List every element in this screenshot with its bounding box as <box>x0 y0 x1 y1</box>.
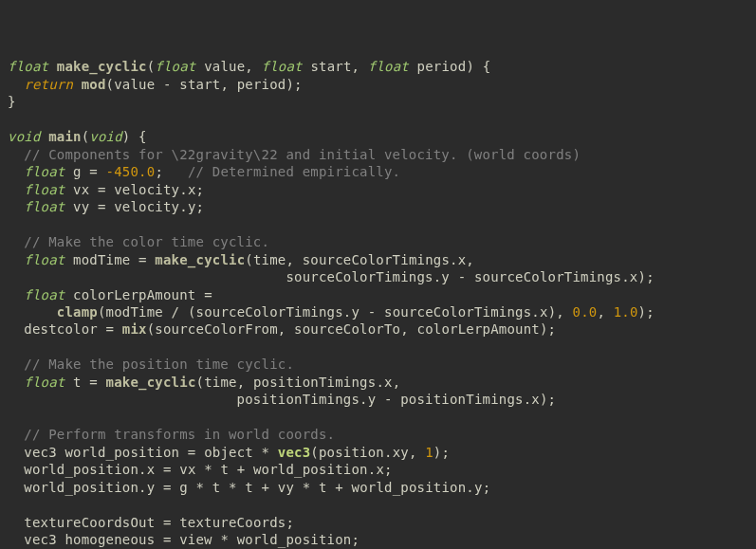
token-op: + <box>229 462 253 477</box>
token-op: * <box>212 532 237 547</box>
code-line: // Perform transforms in world coords. <box>8 427 335 442</box>
token-punct: ); <box>638 304 655 320</box>
token-punct: ); <box>433 445 450 460</box>
token-ident: x <box>540 304 548 320</box>
token-ident: textureCoordsOut <box>24 515 155 530</box>
token-ident: sourceColorTimings <box>384 304 531 320</box>
token-op: - <box>155 77 179 92</box>
token-type: void <box>8 129 41 144</box>
token-punct: ; <box>384 462 393 477</box>
whitespace <box>8 182 24 197</box>
token-ident: positionTimings <box>400 392 523 407</box>
token-ident: x <box>531 392 540 407</box>
code-line: destcolor = mix(sourceColorFrom, sourceC… <box>8 321 556 337</box>
token-op: = <box>82 375 106 390</box>
token-punct: ; <box>196 199 205 214</box>
token-op: = <box>89 182 114 197</box>
token-ident: x <box>384 375 393 390</box>
token-op: * <box>196 462 221 477</box>
token-punct: , <box>409 445 425 460</box>
token-ident: value <box>114 77 155 92</box>
token-punct: , <box>352 59 368 74</box>
token-ident: t <box>220 462 229 477</box>
whitespace <box>65 375 73 390</box>
token-ident: position <box>319 445 384 460</box>
whitespace <box>8 392 237 407</box>
token-op: = <box>98 321 122 337</box>
token-ident: t <box>245 480 253 495</box>
code-line: float make_cyclic(float value, float sta… <box>8 59 490 74</box>
token-punct: , <box>237 375 253 390</box>
token-punct: ); <box>638 269 655 284</box>
code-block: float make_cyclic(float value, float sta… <box>8 58 748 549</box>
whitespace <box>48 59 57 74</box>
token-ident: y <box>188 199 196 214</box>
token-num: 1 <box>425 445 433 460</box>
token-punct: ( <box>245 252 253 267</box>
token-punct: } <box>8 94 16 109</box>
token-punct: . <box>621 269 630 284</box>
token-ident: textureCoords <box>179 515 286 530</box>
code-line: void main(void) { <box>8 129 147 144</box>
token-type: float <box>24 182 65 197</box>
token-punct: , <box>286 252 302 267</box>
code-line: sourceColorTimings.y - sourceColorTiming… <box>8 269 655 284</box>
token-punct: , <box>597 304 613 320</box>
token-ident: period <box>417 59 467 74</box>
token-func: clamp <box>57 304 98 320</box>
token-ident: object <box>204 445 253 460</box>
token-punct: . <box>384 445 393 460</box>
token-ident: world_position <box>253 462 368 477</box>
whitespace <box>65 182 73 197</box>
token-punct: ; <box>155 164 163 179</box>
token-ident: g <box>73 164 82 179</box>
token-punct: ); <box>540 392 556 407</box>
token-punct: ) { <box>122 129 147 144</box>
token-punct: ); <box>286 77 302 92</box>
token-ident: period <box>237 77 286 92</box>
token-ident: view <box>179 532 212 547</box>
whitespace <box>8 515 24 530</box>
token-punct: ( <box>98 304 106 320</box>
token-punct: . <box>179 182 188 197</box>
code-line: } <box>8 94 16 109</box>
code-line: float colorLerpAmount = <box>8 287 212 302</box>
token-punct: ), <box>548 304 573 320</box>
token-ident: start <box>179 77 220 92</box>
token-ident: homogeneous <box>65 532 155 547</box>
token-punct: . <box>138 462 147 477</box>
token-op: * <box>253 445 278 460</box>
token-ident: world_position <box>24 480 138 495</box>
token-ident: y <box>441 269 450 284</box>
token-comment: // Make the color time cyclic. <box>24 234 269 249</box>
code-line: // Make the color time cyclic. <box>8 234 269 249</box>
whitespace <box>8 375 24 390</box>
token-op: + <box>327 480 352 495</box>
whitespace <box>8 234 24 249</box>
code-line: // Make the position time cyclic. <box>8 357 294 372</box>
token-op: * <box>188 480 212 495</box>
token-ident: sourceColorTimings <box>196 304 343 320</box>
token-punct: , <box>466 252 474 267</box>
token-punct: ); <box>540 321 556 337</box>
code-line: float t = make_cyclic(time, positionTimi… <box>8 375 400 390</box>
code-line: clamp(modTime / (sourceColorTimings.y - … <box>8 304 655 320</box>
token-num: -450.0 <box>106 164 156 179</box>
token-type: float <box>8 59 48 74</box>
token-ident: vx <box>179 462 195 477</box>
token-op: = <box>155 532 179 547</box>
token-ident: t <box>319 480 327 495</box>
token-ident: world_position <box>65 445 179 460</box>
token-punct: . <box>466 480 474 495</box>
token-op: = <box>155 462 179 477</box>
code-line: textureCoordsOut = textureCoords; <box>8 515 294 530</box>
whitespace <box>8 252 24 267</box>
code-line: vec3 world_position = object * vec3(posi… <box>8 445 450 460</box>
token-punct: , <box>245 59 261 74</box>
token-op: = <box>155 480 179 495</box>
token-func: make_cyclic <box>57 59 147 74</box>
token-punct: ; <box>286 515 294 530</box>
whitespace <box>8 269 286 284</box>
token-type: float <box>24 287 65 302</box>
token-punct: ( <box>310 445 319 460</box>
